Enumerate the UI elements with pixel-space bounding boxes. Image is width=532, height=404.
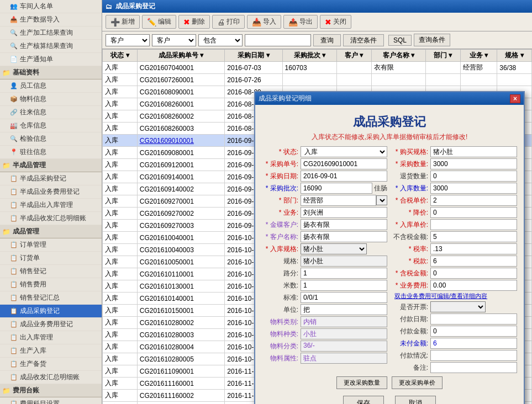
tax-rate-row: 税率: xyxy=(392,243,517,254)
dept-row: 部门: ▾ xyxy=(262,195,387,206)
date-row: 采购日期: xyxy=(262,171,387,182)
combined-price-label: 合税单价: xyxy=(392,196,430,205)
invoice-row: 是否开票: xyxy=(392,301,517,312)
gold-customer-label: * 金碟客户: xyxy=(262,220,301,230)
business-fee-label: 业务费用: xyxy=(392,281,430,290)
status-select[interactable]: 入库 xyxy=(301,146,387,157)
modal-title-text: 成品采购登记明细 xyxy=(259,94,312,103)
total-tax-row: 含税金额: xyxy=(392,268,517,279)
standard-input[interactable] xyxy=(301,292,387,303)
order-no-input[interactable] xyxy=(301,158,387,169)
total-tax-label: 含税金额: xyxy=(392,269,430,278)
instock-qty-input[interactable] xyxy=(430,183,517,194)
count-input[interactable] xyxy=(301,280,387,291)
road-row: 路分: xyxy=(262,268,387,279)
material-attr-label: 物料属性: xyxy=(262,354,301,363)
modal-body: 成品采购登记 入库状态不能修改,采购入库单据撤销审核后才能修改! 状态: 入库 … xyxy=(255,105,524,404)
combined-price-row: 合税单价: xyxy=(392,195,517,206)
return-qty-row: 退货数量: xyxy=(392,171,517,182)
purchase-spec-input[interactable] xyxy=(430,146,517,157)
unpaid-row: 未付金额: xyxy=(392,338,517,349)
road-input[interactable] xyxy=(301,268,387,279)
invoice-select[interactable] xyxy=(430,301,486,312)
business-label: 业务: xyxy=(262,208,301,217)
payment-status-row: 付款情况: xyxy=(392,350,517,361)
material-type-value: 内销 xyxy=(301,316,387,327)
cancel-button[interactable]: 取消 xyxy=(395,396,436,404)
spec-value: 猪小肚 xyxy=(301,256,387,267)
gold-customer-row: * 金碟客户: xyxy=(262,219,387,230)
batch-label: 采购批次: xyxy=(262,184,301,193)
business-fee-link[interactable]: 双击业务费用可编辑/查看详细内容 xyxy=(394,292,487,300)
purchase-qty-input[interactable] xyxy=(430,158,517,169)
material-kind-label: 物料种类: xyxy=(262,329,301,339)
purchase-qty-label: 采购数量: xyxy=(392,160,430,169)
business-row: 业务: xyxy=(262,207,387,218)
payment-status-label: 付款情况: xyxy=(392,351,430,360)
business-fee-row: 业务费用: xyxy=(392,280,517,291)
payment-date-row: 付款日期: xyxy=(392,313,517,325)
customer-name-input[interactable] xyxy=(301,231,387,242)
modal-titlebar: 成品采购登记明细 × xyxy=(255,92,524,105)
order-no-label: 采购单号: xyxy=(262,160,301,169)
instock-qty-row: 入库数量: xyxy=(392,183,517,194)
payment-amount-row: 付款金额: xyxy=(392,326,517,337)
unpaid-input[interactable] xyxy=(430,338,517,349)
remark-input[interactable] xyxy=(430,362,517,373)
date-label: 采购日期: xyxy=(262,172,301,181)
payment-status-input[interactable] xyxy=(430,350,517,361)
save-button[interactable]: 保存 xyxy=(343,396,384,404)
payment-date-input[interactable] xyxy=(430,313,517,325)
count-label: 米数: xyxy=(262,281,301,290)
discount-row: 降价: xyxy=(392,207,517,218)
no-tax-amount-label: 不含税金额: xyxy=(392,232,430,242)
discount-input[interactable] xyxy=(430,207,517,218)
no-tax-amount-input[interactable] xyxy=(430,231,517,242)
gold-customer-input[interactable] xyxy=(301,219,387,230)
batch-input[interactable] xyxy=(301,183,372,194)
remark-label: 备注: xyxy=(392,363,430,373)
business-input[interactable] xyxy=(301,207,387,218)
purchase-spec-label: 购买规格: xyxy=(392,147,430,157)
return-qty-input[interactable] xyxy=(430,171,517,182)
detail-modal: 成品采购登记明细 × 成品采购登记 入库状态不能修改,采购入库单据撤销审核后才能… xyxy=(254,91,525,404)
customer-name-row: * 客户名称: xyxy=(262,231,387,242)
modal-close-button[interactable]: × xyxy=(510,94,520,103)
instock-spec-select[interactable]: 猪小肚 xyxy=(301,243,367,254)
change-qty-button[interactable]: 更改采购数量 xyxy=(336,376,387,389)
spec-row: 规格: 猪小肚 xyxy=(262,256,387,267)
status-label: 状态: xyxy=(262,147,301,157)
modal-footer: 保存 取消 xyxy=(262,391,517,404)
instock-price-row: 入库单价: xyxy=(392,219,517,230)
invoice-label: 是否开票: xyxy=(392,302,430,312)
total-tax-input[interactable] xyxy=(430,268,517,279)
batch-suffix: 佳肠 xyxy=(374,184,387,193)
standard-row: 标准: xyxy=(262,292,387,303)
tax-rate-input[interactable] xyxy=(430,243,517,254)
material-attr-value: 驻点 xyxy=(301,353,387,364)
material-class-row: 物料分类: 36/- xyxy=(262,341,387,352)
purchase-spec-row: 购买规格: xyxy=(392,146,517,157)
dept-input[interactable] xyxy=(301,195,376,206)
instock-price-input[interactable] xyxy=(430,219,517,230)
purchase-qty-row: 采购数量: xyxy=(392,158,517,169)
combined-price-input[interactable] xyxy=(430,195,517,206)
date-input[interactable] xyxy=(301,171,387,182)
return-qty-label: 退货数量: xyxy=(392,172,430,181)
remark-row: 备注: xyxy=(392,362,517,373)
instock-price-label: 入库单价: xyxy=(392,220,430,230)
tax-input[interactable] xyxy=(430,256,517,267)
material-type-row: 物料类别: 内销 xyxy=(262,316,387,327)
order-no-row: 采购单号: xyxy=(262,158,387,169)
business-fee-link-row: 双击业务费用可编辑/查看详细内容 xyxy=(392,292,517,300)
unit-input[interactable] xyxy=(301,304,387,315)
road-label: 路分: xyxy=(262,269,301,278)
payment-amount-input[interactable] xyxy=(430,326,517,337)
business-fee-input[interactable] xyxy=(430,280,517,291)
material-class-label: 物料分类: xyxy=(262,342,301,351)
change-price-button[interactable]: 更改采购单价 xyxy=(392,376,443,389)
tax-row: 税款: xyxy=(392,256,517,267)
spec-label: 规格: xyxy=(262,257,301,266)
dept-select[interactable]: ▾ xyxy=(376,195,387,205)
instock-spec-label: 入库规格: xyxy=(262,244,301,254)
